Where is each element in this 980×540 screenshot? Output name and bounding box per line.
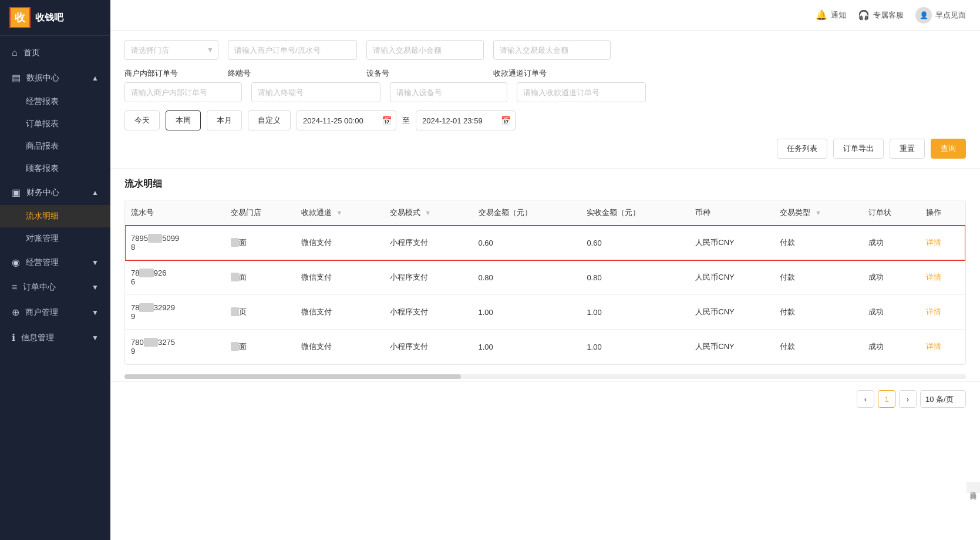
sidebar-item-flow-detail[interactable]: 流水明细 — [0, 205, 110, 227]
sidebar-item-home-label: 首页 — [23, 48, 40, 58]
col-actual: 实收金额（元） — [581, 200, 689, 226]
date-from-input[interactable] — [297, 110, 396, 130]
col-currency: 币种 — [689, 200, 774, 226]
sidebar-group-finance-label: 财务中心 — [26, 187, 59, 198]
customer-service-action[interactable]: 🎧 专属客服 — [858, 9, 904, 21]
cell-mode: 小程序支付 — [384, 330, 473, 364]
sidebar-item-goods-report[interactable]: 商品报表 — [0, 135, 110, 157]
detail-link[interactable]: 详情 — [926, 342, 941, 351]
cell-currency: 人民币CNY — [689, 226, 774, 260]
cell-detail: 详情 — [920, 226, 965, 260]
merchant-icon: ⊕ — [12, 307, 19, 318]
sidebar: 收 收钱吧 ⌂ 首页 ▤ 数据中心 ▲ 经营报表 订单报表 商品报表 顾客报表 … — [0, 0, 110, 540]
cell-actual: 0.80 — [581, 260, 689, 295]
date-week-btn[interactable]: 本周 — [166, 110, 201, 130]
date-today-btn[interactable]: 今天 — [124, 110, 160, 130]
cell-mode: 小程序支付 — [384, 295, 473, 330]
table-header-row: 流水号 交易门店 收款通道 ▼ 交易模式 ▼ — [125, 200, 965, 226]
cell-type: 付款 — [774, 330, 863, 364]
channel-sort-icon[interactable]: ▼ — [336, 209, 343, 216]
table-row: 7895****50998**面微信支付小程序支付0.600.60人民币CNY付… — [125, 226, 965, 260]
sidebar-item-goods-report-label: 商品报表 — [26, 141, 59, 152]
cell-store: **面 — [225, 260, 295, 295]
detail-link[interactable]: 详情 — [926, 307, 941, 316]
date-custom-btn[interactable]: 自定义 — [248, 110, 291, 130]
sidebar-group-merchant[interactable]: ⊕ 商户管理 ▼ — [0, 300, 110, 325]
cell-type: 付款 — [774, 260, 863, 295]
page-size-wrapper: 10 条/页 20 条/页 50 条/页 — [920, 390, 966, 408]
filter-row-1: 请选择门店 ▼ — [124, 40, 966, 60]
query-btn[interactable]: 查询 — [931, 139, 966, 159]
order-no-input[interactable] — [228, 40, 357, 60]
reset-btn[interactable]: 重置 — [890, 139, 925, 159]
user-action[interactable]: 👤 早点见面 — [915, 7, 966, 24]
cell-currency: 人民币CNY — [689, 330, 774, 364]
col-channel: 收款通道 ▼ — [295, 200, 384, 226]
logo-icon: 收 — [9, 7, 31, 28]
col-serial: 流水号 — [125, 200, 225, 226]
mode-sort-icon[interactable]: ▼ — [425, 209, 431, 216]
scrollbar-thumb[interactable] — [124, 374, 461, 379]
sidebar-group-order[interactable]: ≡ 订单中心 ▼ — [0, 275, 110, 300]
data-center-icon: ▤ — [12, 72, 21, 83]
pagination: ‹ 1 › 10 条/页 20 条/页 50 条/页 — [110, 381, 980, 416]
date-month-btn[interactable]: 本月 — [207, 110, 242, 130]
notification-action[interactable]: 🔔 通知 — [816, 9, 846, 21]
sidebar-item-order-report[interactable]: 订单报表 — [0, 113, 110, 135]
filter-section: 请选择门店 ▼ 商户内部订单号 终端号 设备号 收款通道订单号 — [110, 31, 980, 169]
bell-icon: 🔔 — [816, 9, 827, 21]
table-section: 流水明细 流水号 交易门店 收款通道 ▼ — [110, 169, 980, 374]
device-input[interactable] — [390, 82, 507, 102]
channel-order-input[interactable] — [517, 82, 646, 102]
date-filter-row: 今天 本周 本月 自定义 📅 至 📅 — [124, 110, 966, 130]
type-sort-icon[interactable]: ▼ — [815, 209, 821, 216]
cell-serial: 7895****50998 — [125, 226, 225, 260]
cell-amount: 1.00 — [473, 330, 581, 364]
filter-row-labels: 商户内部订单号 终端号 设备号 收款通道订单号 — [124, 68, 966, 79]
sidebar-item-home[interactable]: ⌂ 首页 — [0, 41, 110, 65]
store-select[interactable]: 请选择门店 — [124, 40, 218, 60]
task-list-btn[interactable]: 任务列表 — [777, 139, 827, 159]
prev-page-btn[interactable]: ‹ — [857, 390, 874, 408]
sidebar-group-info-label: 信息管理 — [21, 333, 54, 343]
sidebar-group-ops[interactable]: ◉ 经营管理 ▼ — [0, 250, 110, 275]
avatar: 👤 — [915, 7, 932, 24]
page-size-select[interactable]: 10 条/页 20 条/页 50 条/页 — [920, 390, 966, 408]
customer-service-label: 专属客服 — [873, 10, 904, 21]
table-head: 流水号 交易门店 收款通道 ▼ 交易模式 ▼ — [125, 200, 965, 226]
max-amount-input[interactable] — [493, 40, 611, 60]
sidebar-group-info[interactable]: ℹ 信息管理 ▼ — [0, 325, 110, 350]
detail-link[interactable]: 详情 — [926, 273, 941, 281]
table-scrollbar[interactable] — [124, 374, 966, 379]
sidebar-item-customer-report[interactable]: 顾客报表 — [0, 157, 110, 180]
cell-detail: 详情 — [920, 295, 965, 330]
col-status: 订单状 — [863, 200, 920, 226]
cell-detail: 详情 — [920, 330, 965, 364]
sidebar-item-biz-report[interactable]: 经营报表 — [0, 90, 110, 113]
cell-actual: 0.60 — [581, 226, 689, 260]
main-content: 🔔 通知 🎧 专属客服 👤 早点见面 请选择门店 ▼ — [110, 0, 980, 540]
export-btn[interactable]: 订单导出 — [833, 139, 884, 159]
date-to-input[interactable] — [416, 110, 516, 130]
current-page-btn[interactable]: 1 — [878, 390, 895, 408]
ops-icon: ◉ — [12, 257, 20, 268]
col-mode: 交易模式 ▼ — [384, 200, 473, 226]
min-amount-input[interactable] — [366, 40, 484, 60]
sidebar-group-data-center[interactable]: ▤ 数据中心 ▲ — [0, 65, 110, 90]
sidebar-item-reconcile[interactable]: 对账管理 — [0, 227, 110, 250]
chevron-down-icon: ▼ — [92, 259, 99, 267]
finance-icon: ▣ — [12, 187, 21, 198]
cell-channel: 微信支付 — [295, 260, 384, 295]
next-page-btn[interactable]: › — [899, 390, 917, 408]
channel-order-label: 收款通道订单号 — [493, 68, 547, 79]
sidebar-group-finance[interactable]: ▣ 财务中心 ▲ — [0, 180, 110, 205]
cell-serial: 78****9266 — [125, 260, 225, 295]
headset-icon: 🎧 — [858, 9, 870, 21]
cell-actual: 1.00 — [581, 330, 689, 364]
terminal-input[interactable] — [251, 82, 380, 102]
cell-status: 成功 — [863, 226, 920, 260]
date-separator: 至 — [402, 115, 410, 126]
internal-order-input[interactable] — [124, 82, 242, 102]
cell-channel: 微信支付 — [295, 330, 384, 364]
detail-link[interactable]: 详情 — [926, 238, 941, 247]
